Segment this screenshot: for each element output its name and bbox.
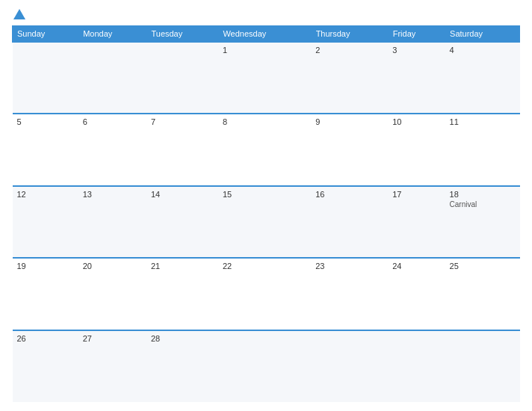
- day-number: 26: [17, 334, 74, 343]
- logo-top: [12, 9, 25, 21]
- event-label: Carnival: [450, 200, 516, 208]
- day-number: 25: [450, 262, 516, 271]
- day-number: 15: [223, 190, 306, 199]
- calendar-cell: 10: [388, 114, 445, 185]
- calendar-cell: 26: [13, 330, 78, 402]
- day-number: 5: [17, 117, 74, 126]
- day-number: 27: [83, 334, 142, 343]
- calendar-cell: [218, 330, 311, 402]
- weekday-header-saturday: Saturday: [445, 26, 520, 43]
- weekday-header-tuesday: Tuesday: [146, 26, 218, 43]
- calendar-cell: 24: [388, 258, 445, 330]
- weekday-header-friday: Friday: [388, 26, 445, 43]
- day-number: 6: [83, 117, 142, 126]
- calendar-cell: 25: [445, 258, 520, 330]
- calendar-week-row: 262728: [13, 330, 520, 402]
- calendar-cell: 21: [146, 258, 218, 330]
- calendar-cell: 7: [146, 114, 218, 185]
- day-number: 22: [223, 262, 306, 271]
- calendar-cell: 3: [388, 42, 445, 114]
- calendar-table: SundayMondayTuesdayWednesdayThursdayFrid…: [12, 25, 520, 402]
- calendar-cell: 15: [218, 186, 311, 258]
- weekday-header-monday: Monday: [78, 26, 146, 43]
- calendar-cell: 17: [388, 186, 445, 258]
- logo-triangle-icon: [13, 9, 25, 19]
- calendar-cell: 8: [218, 114, 311, 185]
- calendar-cell: [146, 42, 218, 114]
- calendar-cell: 14: [146, 186, 218, 258]
- day-number: 8: [223, 117, 306, 126]
- calendar-cell: 13: [78, 186, 146, 258]
- calendar-cell: 20: [78, 258, 146, 330]
- calendar-cell: 12: [13, 186, 78, 258]
- day-number: 4: [450, 46, 516, 55]
- day-number: 21: [151, 262, 214, 271]
- calendar-cell: 28: [146, 330, 218, 402]
- weekday-header-thursday: Thursday: [311, 26, 388, 43]
- calendar-cell: 18Carnival: [445, 186, 520, 258]
- calendar-cell: 9: [311, 114, 388, 185]
- day-number: 7: [151, 117, 214, 126]
- day-number: 20: [83, 262, 142, 271]
- day-number: 10: [392, 117, 440, 126]
- day-number: 28: [151, 334, 214, 343]
- calendar-header: [12, 9, 520, 19]
- day-number: 2: [315, 46, 383, 55]
- day-number: 24: [392, 262, 440, 271]
- day-number: 12: [17, 190, 74, 199]
- calendar-cell: 4: [445, 42, 520, 114]
- calendar-cell: 22: [218, 258, 311, 330]
- calendar-week-row: 12131415161718Carnival: [13, 186, 520, 258]
- calendar-cell: [78, 42, 146, 114]
- weekday-header-wednesday: Wednesday: [218, 26, 311, 43]
- calendar-cell: 2: [311, 42, 388, 114]
- weekday-header-sunday: Sunday: [13, 26, 78, 43]
- calendar-week-row: 19202122232425: [13, 258, 520, 330]
- day-number: 23: [315, 262, 383, 271]
- calendar-cell: 27: [78, 330, 146, 402]
- logo: [12, 9, 25, 19]
- day-number: 19: [17, 262, 74, 271]
- calendar-cell: 19: [13, 258, 78, 330]
- calendar-week-row: 567891011: [13, 114, 520, 185]
- calendar-cell: 23: [311, 258, 388, 330]
- calendar-page: SundayMondayTuesdayWednesdayThursdayFrid…: [0, 0, 532, 411]
- calendar-cell: [311, 330, 388, 402]
- calendar-cell: 6: [78, 114, 146, 185]
- day-number: 18: [450, 190, 516, 199]
- day-number: 3: [392, 46, 440, 55]
- day-number: 17: [392, 190, 440, 199]
- calendar-cell: [13, 42, 78, 114]
- calendar-cell: 11: [445, 114, 520, 185]
- calendar-cell: 5: [13, 114, 78, 185]
- weekday-header-row: SundayMondayTuesdayWednesdayThursdayFrid…: [13, 26, 520, 43]
- day-number: 16: [315, 190, 383, 199]
- calendar-cell: [388, 330, 445, 402]
- calendar-cell: 1: [218, 42, 311, 114]
- calendar-cell: 16: [311, 186, 388, 258]
- calendar-cell: [445, 330, 520, 402]
- day-number: 13: [83, 190, 142, 199]
- day-number: 11: [450, 117, 516, 126]
- day-number: 1: [223, 46, 306, 55]
- calendar-week-row: 1234: [13, 42, 520, 114]
- day-number: 14: [151, 190, 214, 199]
- day-number: 9: [315, 117, 383, 126]
